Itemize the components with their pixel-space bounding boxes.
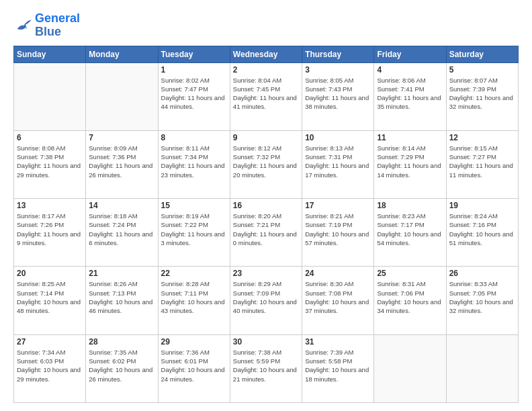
day-number: 31 bbox=[305, 337, 371, 347]
calendar-cell: 11Sunrise: 8:14 AM Sunset: 7:29 PM Dayli… bbox=[374, 130, 446, 198]
day-number: 22 bbox=[161, 269, 227, 278]
day-number: 28 bbox=[89, 337, 154, 347]
day-info: Sunrise: 8:08 AM Sunset: 7:38 PM Dayligh… bbox=[17, 144, 83, 179]
calendar-cell: 17Sunrise: 8:21 AM Sunset: 7:19 PM Dayli… bbox=[302, 199, 374, 267]
day-number: 15 bbox=[161, 201, 227, 210]
day-info: Sunrise: 8:13 AM Sunset: 7:31 PM Dayligh… bbox=[305, 144, 371, 179]
day-number: 27 bbox=[17, 337, 83, 347]
day-info: Sunrise: 8:21 AM Sunset: 7:19 PM Dayligh… bbox=[305, 212, 371, 247]
day-number: 7 bbox=[89, 133, 154, 142]
day-number: 6 bbox=[17, 133, 83, 142]
weekday-header: Sunday bbox=[14, 46, 86, 62]
day-info: Sunrise: 8:14 AM Sunset: 7:29 PM Dayligh… bbox=[377, 144, 443, 179]
calendar-cell bbox=[14, 62, 86, 130]
day-number: 10 bbox=[305, 133, 371, 142]
header: GeneralBlue bbox=[13, 12, 519, 39]
day-number: 19 bbox=[449, 201, 515, 210]
weekday-header: Friday bbox=[374, 46, 446, 62]
day-info: Sunrise: 8:04 AM Sunset: 7:45 PM Dayligh… bbox=[233, 76, 299, 111]
day-number: 12 bbox=[449, 133, 515, 142]
calendar-cell: 6Sunrise: 8:08 AM Sunset: 7:38 PM Daylig… bbox=[14, 130, 86, 198]
day-info: Sunrise: 8:15 AM Sunset: 7:27 PM Dayligh… bbox=[449, 144, 515, 179]
calendar-cell bbox=[446, 334, 518, 402]
calendar-cell: 10Sunrise: 8:13 AM Sunset: 7:31 PM Dayli… bbox=[302, 130, 374, 198]
day-number: 30 bbox=[233, 337, 299, 347]
calendar-cell: 31Sunrise: 7:39 AM Sunset: 5:58 PM Dayli… bbox=[302, 334, 374, 402]
weekday-header: Thursday bbox=[302, 46, 374, 62]
calendar-cell: 7Sunrise: 8:09 AM Sunset: 7:36 PM Daylig… bbox=[86, 130, 158, 198]
calendar-cell: 13Sunrise: 8:17 AM Sunset: 7:26 PM Dayli… bbox=[14, 199, 86, 267]
day-info: Sunrise: 8:07 AM Sunset: 7:39 PM Dayligh… bbox=[449, 76, 515, 111]
calendar-cell bbox=[86, 62, 158, 130]
calendar-cell: 27Sunrise: 7:34 AM Sunset: 6:03 PM Dayli… bbox=[14, 334, 86, 402]
day-info: Sunrise: 7:34 AM Sunset: 6:03 PM Dayligh… bbox=[17, 348, 83, 383]
calendar-cell: 15Sunrise: 8:19 AM Sunset: 7:22 PM Dayli… bbox=[158, 199, 230, 267]
calendar-cell: 20Sunrise: 8:25 AM Sunset: 7:14 PM Dayli… bbox=[14, 267, 86, 334]
calendar-cell: 24Sunrise: 8:30 AM Sunset: 7:08 PM Dayli… bbox=[302, 267, 374, 334]
day-info: Sunrise: 8:31 AM Sunset: 7:06 PM Dayligh… bbox=[377, 279, 443, 315]
calendar-cell: 4Sunrise: 8:06 AM Sunset: 7:41 PM Daylig… bbox=[374, 62, 446, 130]
day-number: 3 bbox=[305, 65, 371, 75]
day-info: Sunrise: 8:28 AM Sunset: 7:11 PM Dayligh… bbox=[161, 279, 227, 315]
calendar-cell: 1Sunrise: 8:02 AM Sunset: 7:47 PM Daylig… bbox=[158, 62, 230, 130]
day-info: Sunrise: 8:30 AM Sunset: 7:08 PM Dayligh… bbox=[305, 279, 371, 315]
day-info: Sunrise: 8:02 AM Sunset: 7:47 PM Dayligh… bbox=[161, 76, 227, 111]
day-info: Sunrise: 8:06 AM Sunset: 7:41 PM Dayligh… bbox=[377, 76, 443, 111]
day-info: Sunrise: 8:18 AM Sunset: 7:24 PM Dayligh… bbox=[89, 212, 154, 247]
day-info: Sunrise: 8:19 AM Sunset: 7:22 PM Dayligh… bbox=[161, 212, 227, 247]
calendar-cell: 26Sunrise: 8:33 AM Sunset: 7:05 PM Dayli… bbox=[446, 267, 518, 334]
calendar-cell: 28Sunrise: 7:35 AM Sunset: 6:02 PM Dayli… bbox=[86, 334, 158, 402]
day-number: 25 bbox=[377, 269, 443, 278]
day-number: 18 bbox=[377, 201, 443, 210]
calendar-cell: 21Sunrise: 8:26 AM Sunset: 7:13 PM Dayli… bbox=[86, 267, 158, 334]
day-info: Sunrise: 8:11 AM Sunset: 7:34 PM Dayligh… bbox=[161, 144, 227, 179]
day-number: 16 bbox=[233, 201, 299, 210]
day-number: 23 bbox=[233, 269, 299, 278]
day-info: Sunrise: 8:33 AM Sunset: 7:05 PM Dayligh… bbox=[449, 279, 515, 315]
day-info: Sunrise: 8:20 AM Sunset: 7:21 PM Dayligh… bbox=[233, 212, 299, 247]
calendar-cell: 9Sunrise: 8:12 AM Sunset: 7:32 PM Daylig… bbox=[230, 130, 302, 198]
calendar-cell: 3Sunrise: 8:05 AM Sunset: 7:43 PM Daylig… bbox=[302, 62, 374, 130]
day-info: Sunrise: 8:26 AM Sunset: 7:13 PM Dayligh… bbox=[89, 279, 154, 315]
day-number: 24 bbox=[305, 269, 371, 278]
day-info: Sunrise: 8:24 AM Sunset: 7:16 PM Dayligh… bbox=[449, 212, 515, 247]
calendar-cell: 22Sunrise: 8:28 AM Sunset: 7:11 PM Dayli… bbox=[158, 267, 230, 334]
day-info: Sunrise: 8:25 AM Sunset: 7:14 PM Dayligh… bbox=[17, 279, 83, 315]
logo-text: GeneralBlue bbox=[35, 12, 80, 39]
day-number: 9 bbox=[233, 133, 299, 142]
calendar-cell: 23Sunrise: 8:29 AM Sunset: 7:09 PM Dayli… bbox=[230, 267, 302, 334]
day-number: 5 bbox=[449, 65, 515, 75]
day-info: Sunrise: 8:29 AM Sunset: 7:09 PM Dayligh… bbox=[233, 279, 299, 315]
day-info: Sunrise: 8:23 AM Sunset: 7:17 PM Dayligh… bbox=[377, 212, 443, 247]
day-number: 17 bbox=[305, 201, 371, 210]
day-number: 21 bbox=[89, 269, 154, 278]
day-info: Sunrise: 7:39 AM Sunset: 5:58 PM Dayligh… bbox=[305, 348, 371, 383]
day-info: Sunrise: 8:05 AM Sunset: 7:43 PM Dayligh… bbox=[305, 76, 371, 111]
calendar-cell: 8Sunrise: 8:11 AM Sunset: 7:34 PM Daylig… bbox=[158, 130, 230, 198]
day-info: Sunrise: 8:09 AM Sunset: 7:36 PM Dayligh… bbox=[89, 144, 154, 179]
day-number: 8 bbox=[161, 133, 227, 142]
day-info: Sunrise: 8:17 AM Sunset: 7:26 PM Dayligh… bbox=[17, 212, 83, 247]
calendar-cell: 12Sunrise: 8:15 AM Sunset: 7:27 PM Dayli… bbox=[446, 130, 518, 198]
calendar-cell: 18Sunrise: 8:23 AM Sunset: 7:17 PM Dayli… bbox=[374, 199, 446, 267]
day-info: Sunrise: 8:12 AM Sunset: 7:32 PM Dayligh… bbox=[233, 144, 299, 179]
day-number: 13 bbox=[17, 201, 83, 210]
day-number: 14 bbox=[89, 201, 154, 210]
logo-bird-icon bbox=[13, 16, 32, 35]
weekday-header: Tuesday bbox=[158, 46, 230, 62]
calendar-cell: 14Sunrise: 8:18 AM Sunset: 7:24 PM Dayli… bbox=[86, 199, 158, 267]
calendar-cell: 2Sunrise: 8:04 AM Sunset: 7:45 PM Daylig… bbox=[230, 62, 302, 130]
day-number: 29 bbox=[161, 337, 227, 347]
logo: GeneralBlue bbox=[13, 12, 80, 39]
weekday-header: Saturday bbox=[446, 46, 518, 62]
weekday-header: Monday bbox=[86, 46, 158, 62]
calendar-cell: 30Sunrise: 7:38 AM Sunset: 5:59 PM Dayli… bbox=[230, 334, 302, 402]
day-number: 2 bbox=[233, 65, 299, 75]
day-number: 11 bbox=[377, 133, 443, 142]
calendar-cell bbox=[374, 334, 446, 402]
calendar-cell: 16Sunrise: 8:20 AM Sunset: 7:21 PM Dayli… bbox=[230, 199, 302, 267]
day-number: 20 bbox=[17, 269, 83, 278]
day-info: Sunrise: 7:35 AM Sunset: 6:02 PM Dayligh… bbox=[89, 348, 154, 383]
day-number: 4 bbox=[377, 65, 443, 75]
calendar-cell: 29Sunrise: 7:36 AM Sunset: 6:01 PM Dayli… bbox=[158, 334, 230, 402]
